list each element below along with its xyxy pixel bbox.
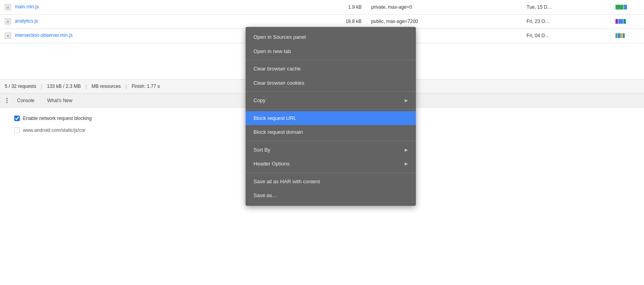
cache-control: public, max-age=7200 [366,14,522,28]
open-in-new-tab-item[interactable]: Open in new tab [246,44,416,59]
enable-blocking-label: Enable network request blocking [23,116,91,121]
cache-control: private, max-age=0 [366,0,522,14]
menu-item-label: Clear browser cache [253,65,301,73]
menu-section-copy: Copy ▶ [246,92,416,110]
block-request-url-item[interactable]: Block request URL [246,111,416,125]
save-har-item[interactable]: Save all as HAR with content [246,175,416,189]
file-name: analytics.js [15,18,38,24]
waterfall-bar [615,5,639,10]
sort-by-item[interactable]: Sort By ▶ [246,143,416,157]
menu-item-label: Block request domain [253,128,303,136]
date: Fri, 23 O… [522,14,611,28]
request-count: 5 / 32 requests [5,84,36,89]
menu-section-sort: Sort By ▶ Header Options ▶ [246,141,416,173]
console-tab[interactable]: Console [11,95,41,106]
menu-section-block: Block request URL Block request domain [246,110,416,141]
whats-new-tab[interactable]: What's New [41,95,79,106]
waterfall-bar [615,19,639,24]
menu-item-label: Save as… [253,192,277,200]
menu-section-clear: Clear browser cache Clear browser cookie… [246,60,416,92]
menu-item-label: Sort By [253,146,271,154]
url-checkbox[interactable] [14,127,20,133]
file-size: 1.9 kB [300,0,366,14]
finish-time: Finish: 1.77 s [131,84,160,89]
file-icon: ≡ [5,18,11,25]
submenu-arrow-icon: ▶ [405,147,408,153]
menu-item-label: Header Options [253,160,290,168]
clear-browser-cookies-item[interactable]: Clear browser cookies [246,76,416,90]
enable-blocking-checkbox[interactable] [14,116,20,121]
submenu-arrow-icon: ▶ [405,161,408,167]
save-as-item[interactable]: Save as… [246,188,416,203]
date: Tue, 15 D… [522,0,611,14]
menu-item-label: Block request URL [253,114,296,122]
file-size: 18.8 kB [300,14,366,28]
header-options-item[interactable]: Header Options ▶ [246,157,416,171]
menu-item-label: Open in new tab [253,48,291,55]
submenu-arrow-icon: ▶ [405,97,408,103]
block-request-domain-item[interactable]: Block request domain [246,125,416,139]
waterfall-bar [615,33,639,38]
table-row[interactable]: ≡ main.min.js 1.9 kB private, max-age=0 … [0,0,644,14]
transfer-size: 133 kB / 2.3 MB [47,84,81,89]
menu-section-save: Save all as HAR with content Save as… [246,173,416,204]
open-in-sources-panel-item[interactable]: Open in Sources panel [246,30,416,44]
url-label: www.android.com/static/js/cor [23,127,86,133]
file-name: intersection-observer.min.js [15,32,72,38]
more-options-button[interactable] [3,96,11,104]
menu-item-label: Open in Sources panel [253,33,306,41]
date: Fri, 04 D… [522,28,611,43]
file-name: main.min.js [15,4,39,10]
copy-item[interactable]: Copy ▶ [246,93,416,108]
context-menu: Open in Sources panel Open in new tab Cl… [246,27,416,206]
file-icon: ≡ [5,4,11,10]
menu-section-open: Open in Sources panel Open in new tab [246,28,416,60]
menu-item-label: Clear browser cookies [253,79,305,87]
menu-item-label: Copy [253,97,265,104]
clear-browser-cache-item[interactable]: Clear browser cache [246,62,416,76]
table-row[interactable]: ≡ analytics.js 18.8 kB public, max-age=7… [0,14,644,28]
menu-item-label: Save all as HAR with content [253,178,320,186]
resources: MB resources [91,84,121,89]
file-icon: ≡ [5,32,11,39]
